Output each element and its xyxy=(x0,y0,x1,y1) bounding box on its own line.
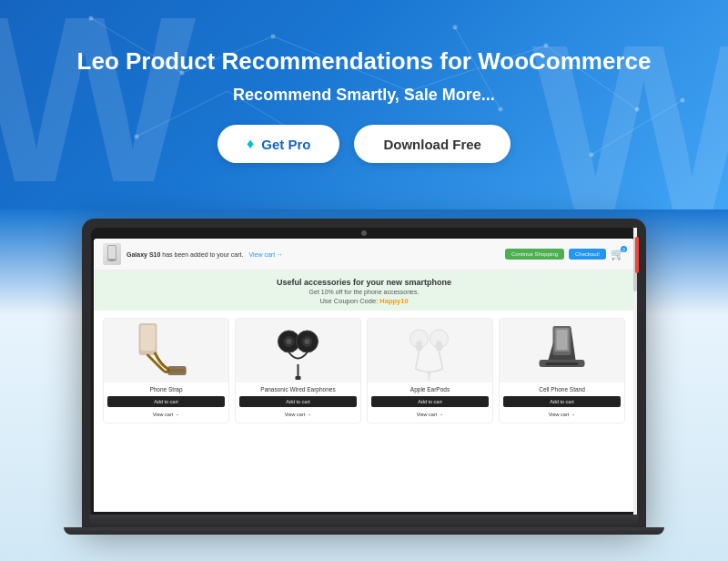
product-name-earpods: Apple EarPods xyxy=(371,386,489,393)
add-to-cart-phone-strap[interactable]: Add to cart xyxy=(107,396,225,407)
scrollbar-thumb xyxy=(633,239,634,291)
laptop-outer: Galaxy S10 has been added to your cart. … xyxy=(82,219,646,527)
laptop-base xyxy=(89,515,639,527)
cart-bar-left: Galaxy S10 has been added to your cart. … xyxy=(103,243,283,265)
svg-rect-26 xyxy=(168,366,187,375)
add-to-cart-earpods[interactable]: Add to cart xyxy=(371,396,489,407)
view-cart-earpods[interactable]: View cart → xyxy=(371,410,489,419)
laptop-wrapper: Galaxy S10 has been added to your cart. … xyxy=(82,219,646,535)
hero-title: Leo Product Recommendations for WooComme… xyxy=(59,46,670,77)
svg-line-42 xyxy=(440,352,443,369)
product-info-phone-stand: Cell Phone Stand Add to cart View cart → xyxy=(500,382,624,423)
product-image-phone-strap xyxy=(104,319,228,382)
get-pro-button[interactable]: ♦ Get Pro xyxy=(217,125,339,163)
product-name-phone-stand: Cell Phone Stand xyxy=(503,386,621,393)
cart-product-name: Galaxy S10 has been added to your cart. xyxy=(126,251,243,258)
svg-point-41 xyxy=(436,341,443,352)
cart-product-image xyxy=(103,243,121,265)
svg-rect-36 xyxy=(296,376,301,380)
svg-rect-49 xyxy=(546,362,579,365)
svg-point-17 xyxy=(453,26,458,30)
add-to-cart-phone-stand[interactable]: Add to cart xyxy=(503,396,621,407)
product-image-earphones xyxy=(236,319,360,382)
bg-w-right: W xyxy=(532,0,728,209)
product-card-phone-stand: Cell Phone Stand Add to cart View cart → xyxy=(499,318,625,423)
hero-buttons: ♦ Get Pro Download Free xyxy=(217,125,511,163)
diamond-icon: ♦ xyxy=(247,136,254,152)
svg-point-18 xyxy=(499,107,503,112)
product-actions-earpods: Add to cart View cart → xyxy=(371,396,489,419)
screen-content: Galaxy S10 has been added to your cart. … xyxy=(94,239,634,431)
svg-point-43 xyxy=(428,372,431,375)
product-actions-earphones: Add to cart View cart → xyxy=(239,396,357,419)
product-card-earpods: Apple EarPods Add to cart View cart → xyxy=(367,318,493,423)
view-cart-phone-strap[interactable]: View cart → xyxy=(107,410,225,419)
svg-point-11 xyxy=(271,35,276,39)
cart-badge: 9 xyxy=(621,246,627,252)
svg-rect-22 xyxy=(108,246,116,259)
promo-coupon: Use Coupon Code: Happy10 xyxy=(103,297,625,305)
screen-scrollbar[interactable] xyxy=(633,239,634,512)
product-info-earphones: Panasonic Wired Earphones Add to cart Vi… xyxy=(236,382,360,423)
svg-rect-25 xyxy=(141,325,156,351)
svg-rect-48 xyxy=(557,330,568,350)
product-image-earpods xyxy=(368,319,492,382)
view-cart-earphones[interactable]: View cart → xyxy=(239,410,357,419)
svg-line-39 xyxy=(416,352,420,369)
laptop-bottom xyxy=(64,527,664,535)
product-card-earphones: Panasonic Wired Earphones Add to cart Vi… xyxy=(235,318,361,423)
product-name-earphones: Panasonic Wired Earphones xyxy=(239,386,357,393)
promo-banner: Useful accessories for your new smartpho… xyxy=(94,270,634,311)
product-card-phone-strap: Phone Strap Add to cart View cart → xyxy=(103,318,229,423)
product-info-earpods: Apple EarPods Add to cart View cart → xyxy=(368,382,492,423)
product-grid: Phone Strap Add to cart View cart → xyxy=(94,311,634,431)
svg-point-23 xyxy=(111,260,113,261)
hero-section: W W Leo Product Re xyxy=(0,0,728,209)
continue-shopping-button[interactable]: Continue Shopping xyxy=(505,249,564,260)
promo-subtitle: Get 10% off for the phone accessories. xyxy=(103,289,625,295)
checkout-button[interactable]: Checkout! xyxy=(569,249,606,260)
product-info-phone-strap: Phone Strap Add to cart View cart → xyxy=(104,382,228,423)
download-button[interactable]: Download Free xyxy=(354,125,511,163)
cart-icon: 🛒 9 xyxy=(611,248,625,260)
product-actions-phone-strap: Add to cart View cart → xyxy=(107,396,225,419)
laptop-camera xyxy=(361,230,367,236)
coupon-code: Happy10 xyxy=(379,297,408,305)
view-cart-phone-stand[interactable]: View cart → xyxy=(503,410,621,419)
svg-point-34 xyxy=(305,339,310,344)
laptop-screen-border: Galaxy S10 has been added to your cart. … xyxy=(91,228,637,515)
svg-point-38 xyxy=(416,341,423,352)
laptop-section: Galaxy S10 has been added to your cart. … xyxy=(0,209,728,561)
hero-subtitle: Recommend Smartly, Sale More... xyxy=(233,86,495,105)
cart-bar-right: Continue Shopping Checkout! 🛒 9 xyxy=(505,248,625,260)
product-name-phone-strap: Phone Strap xyxy=(107,386,225,393)
product-actions-phone-stand: Add to cart View cart → xyxy=(503,396,621,419)
promo-title: Useful accessories for your new smartpho… xyxy=(103,278,625,287)
laptop-screen: Galaxy S10 has been added to your cart. … xyxy=(94,239,634,512)
add-to-cart-earphones[interactable]: Add to cart xyxy=(239,396,357,407)
cart-view-link[interactable]: View cart → xyxy=(248,251,283,258)
product-image-phone-stand xyxy=(500,319,624,382)
cart-notification-bar: Galaxy S10 has been added to your cart. … xyxy=(94,239,634,270)
svg-point-31 xyxy=(287,339,292,344)
bg-w-left: W xyxy=(0,0,196,209)
